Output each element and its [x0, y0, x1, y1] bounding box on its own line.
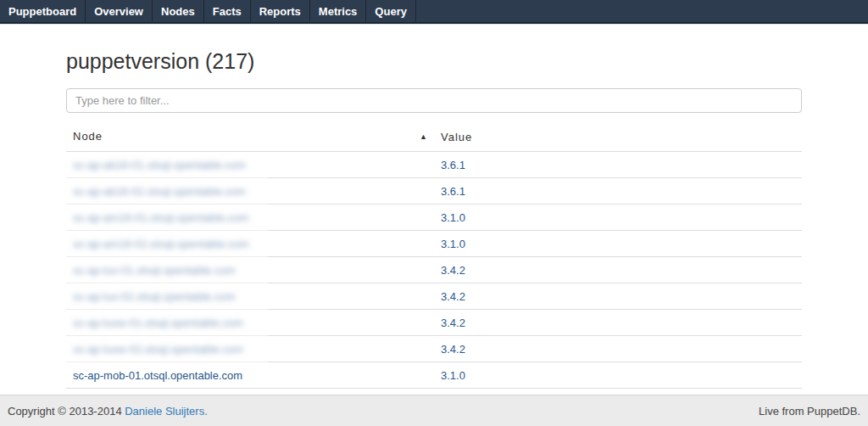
value-cell: 3.4.2	[434, 257, 802, 283]
puppetdb-status: Live from PuppetDB.	[759, 405, 860, 418]
column-header-value[interactable]: Value	[434, 124, 802, 152]
page-title: puppetversion (217)	[66, 49, 802, 73]
node-cell: sc-ap-luxw-02.otsql.opentable.com	[66, 336, 434, 362]
nav-item-facts[interactable]: Facts	[204, 0, 251, 22]
table-row: sc-ap-luxw-02.otsql.opentable.com3.4.2	[66, 336, 802, 362]
nav-item-nodes[interactable]: Nodes	[153, 0, 204, 22]
column-header-node[interactable]: Node ▲	[66, 124, 434, 152]
node-link[interactable]: sc-ap-ab16-01.otsql.opentable.com	[73, 159, 246, 171]
node-cell: sc-ap-am16-01.otsql.opentable.com	[66, 205, 434, 231]
table-header: Node ▲ Value	[66, 124, 802, 152]
node-link[interactable]: sc-ap-am16-01.otsql.opentable.com	[73, 211, 248, 224]
nav-item-metrics[interactable]: Metrics	[310, 0, 367, 22]
table-row: sc-ap-lux-01.otsql.opentable.com3.4.2	[66, 257, 802, 283]
value-link[interactable]: 3.1.0	[441, 211, 465, 224]
value-link[interactable]: 3.6.1	[441, 185, 465, 198]
node-cell: sc-ap-luxw-01.otsql.opentable.com	[66, 310, 434, 336]
table-row: sc-ap-am16-02.otsql.opentable.com3.1.0	[66, 231, 802, 257]
value-header-label: Value	[441, 131, 472, 143]
node-link[interactable]: sc-ap-mob-01.otsql.opentable.com	[73, 369, 242, 382]
value-link[interactable]: 3.1.0	[441, 369, 465, 382]
value-link[interactable]: 3.4.2	[441, 317, 465, 329]
table-row: sc-ap-am16-01.otsql.opentable.com3.1.0	[66, 205, 802, 231]
value-cell: 3.4.2	[434, 336, 802, 362]
facts-table: Node ▲ Value sc-ap-ab16-01.otsql.opentab…	[66, 124, 802, 389]
node-cell: sc-ap-am16-02.otsql.opentable.com	[66, 231, 434, 257]
nav-item-reports[interactable]: Reports	[251, 0, 310, 22]
node-link[interactable]: sc-ap-lux-01.otsql.opentable.com	[73, 264, 236, 277]
value-cell: 3.6.1	[434, 152, 802, 178]
table-row: sc-ap-ab16-02.otsql.opentable.com3.6.1	[66, 178, 802, 205]
value-cell: 3.6.1	[434, 178, 802, 205]
value-cell: 3.4.2	[434, 310, 802, 336]
node-cell: sc-ap-lux-02.otsql.opentable.com	[66, 283, 434, 310]
node-link[interactable]: sc-ap-luxw-02.otsql.opentable.com	[73, 343, 243, 356]
value-cell: 3.1.0	[434, 231, 802, 257]
value-link[interactable]: 3.1.0	[441, 238, 465, 250]
table-row: sc-ap-ab16-01.otsql.opentable.com3.6.1	[66, 152, 802, 178]
node-link[interactable]: sc-ap-luxw-01.otsql.opentable.com	[73, 317, 243, 329]
copyright-author-link[interactable]: Daniele Sluijters.	[125, 405, 208, 418]
node-cell: sc-ap-ab16-02.otsql.opentable.com	[66, 178, 434, 205]
nav-item-overview[interactable]: Overview	[86, 0, 153, 22]
table-body: sc-ap-ab16-01.otsql.opentable.com3.6.1sc…	[66, 152, 802, 389]
value-link[interactable]: 3.6.1	[441, 159, 465, 171]
navbar-brand[interactable]: Puppetboard	[0, 0, 86, 22]
value-cell: 3.1.0	[434, 205, 802, 231]
value-cell: 3.1.0	[434, 362, 802, 389]
node-cell: sc-ap-lux-01.otsql.opentable.com	[66, 257, 434, 283]
node-header-label: Node	[73, 130, 103, 143]
filter-input[interactable]	[66, 88, 802, 113]
value-link[interactable]: 3.4.2	[441, 343, 465, 356]
footer: Copyright © 2013-2014 Daniele Sluijters.…	[0, 395, 868, 426]
value-link[interactable]: 3.4.2	[441, 290, 465, 303]
value-cell: 3.4.2	[434, 283, 802, 310]
table-row: sc-ap-luxw-01.otsql.opentable.com3.4.2	[66, 310, 802, 336]
node-cell: sc-ap-mob-01.otsql.opentable.com	[66, 362, 434, 389]
copyright-text: Copyright © 2013-2014	[8, 405, 122, 418]
value-link[interactable]: 3.4.2	[441, 264, 465, 277]
nav-item-query[interactable]: Query	[366, 0, 416, 22]
sort-ascending-icon: ▲	[420, 130, 427, 143]
main-content: puppetversion (217) Node ▲ Value sc-ap-a…	[66, 49, 802, 389]
table-row: sc-ap-lux-02.otsql.opentable.com3.4.2	[66, 283, 802, 310]
node-link[interactable]: sc-ap-ab16-02.otsql.opentable.com	[73, 185, 246, 198]
copyright: Copyright © 2013-2014 Daniele Sluijters.	[8, 405, 208, 418]
table-row: sc-ap-mob-01.otsql.opentable.com3.1.0	[66, 362, 802, 389]
node-link[interactable]: sc-ap-lux-02.otsql.opentable.com	[73, 290, 236, 303]
node-cell: sc-ap-ab16-01.otsql.opentable.com	[66, 152, 434, 178]
navbar: Puppetboard Overview Nodes Facts Reports…	[0, 0, 868, 24]
node-link[interactable]: sc-ap-am16-02.otsql.opentable.com	[73, 238, 248, 250]
